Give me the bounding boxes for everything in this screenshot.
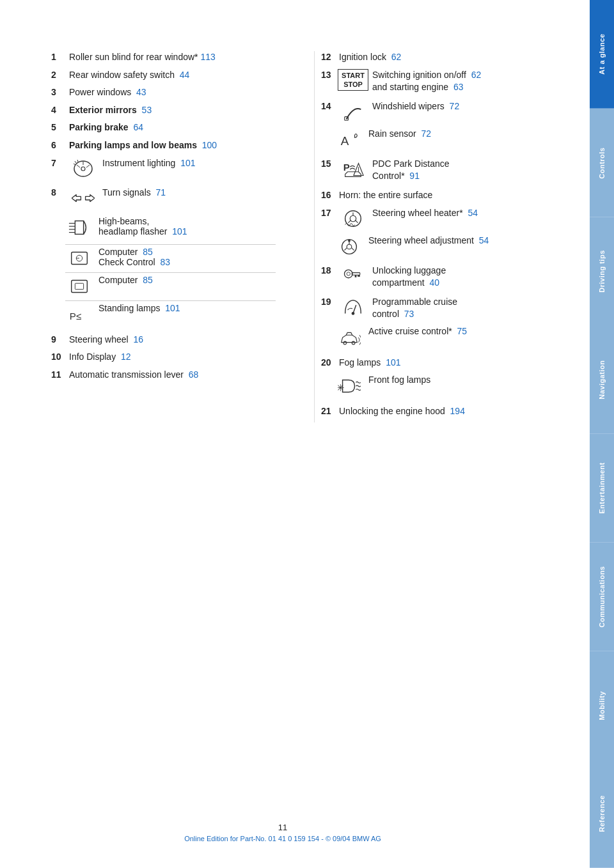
list-item: 19 Programmable cruisecontrol 73 — [321, 296, 551, 321]
page-ref[interactable]: 101 — [172, 226, 187, 236]
svg-point-38 — [347, 272, 350, 275]
page-ref[interactable]: 101 — [180, 158, 195, 168]
item-number: 12 — [321, 51, 335, 64]
sidebar-tab-navigation[interactable]: Navigation — [590, 325, 614, 434]
page-ref[interactable]: 64 — [133, 122, 143, 132]
list-item: 5 Parking brake 64 — [51, 121, 276, 134]
list-item: 14 Windshield wipers 72 — [321, 100, 551, 123]
divider — [65, 244, 276, 245]
item-text: Windshield wipers 72 — [372, 100, 551, 113]
luggage-icon — [339, 265, 367, 288]
page-ref[interactable]: 54 — [468, 208, 478, 218]
list-item: 8 Turn signals 71 — [51, 187, 276, 210]
active-cruise-icon — [335, 326, 363, 349]
page-ref[interactable]: 71 — [156, 187, 166, 198]
page-number: 11 — [0, 823, 565, 832]
list-item: ✳ Front fog lamps — [321, 375, 551, 398]
page-ref[interactable]: 54 — [479, 235, 489, 245]
computer2-icon — [65, 275, 93, 298]
item-number: 18 — [321, 265, 335, 277]
page-ref[interactable]: 113 — [200, 52, 215, 62]
wiper-icon — [339, 100, 367, 123]
item-number: 3 — [51, 86, 65, 99]
page-ref[interactable]: 62 — [471, 70, 482, 80]
sidebar-tab-entertainment[interactable]: Entertainment — [590, 434, 614, 543]
list-item: 18 Unlocking luggagecompartment 40 — [321, 265, 551, 290]
list-item: 2 Rear window safety switch 44 — [51, 69, 276, 82]
svg-rect-19 — [75, 283, 83, 289]
svg-text:P≤: P≤ — [70, 310, 81, 321]
item-number: 19 — [321, 296, 335, 309]
item-text: Horn: the entire surface — [339, 189, 551, 202]
sidebar-tab-mobility[interactable]: Mobility — [590, 651, 614, 760]
svg-point-37 — [345, 270, 353, 278]
svg-line-4 — [86, 165, 90, 167]
left-column: 1 Roller sun blind for rear window* 113 … — [51, 51, 288, 422]
page-ref[interactable]: 72 — [450, 101, 460, 111]
list-item: 16 Horn: the entire surface — [321, 189, 551, 202]
list-item: Active cruise control* 75 — [321, 326, 551, 349]
sidebar-tab-at-a-glance[interactable]: At a glance — [590, 0, 614, 109]
svg-line-2 — [77, 165, 80, 167]
list-item: 4 Exterior mirrors 53 — [51, 104, 276, 117]
cruise-icon — [339, 296, 367, 319]
page-ref[interactable]: 85 — [143, 275, 153, 285]
item-text: Fog lamps 101 — [339, 357, 551, 369]
item-number: 13 — [321, 69, 335, 82]
item-text: Computer 85 Check Control 83 — [98, 247, 276, 267]
item-text: Steering wheel adjustment 54 — [368, 235, 551, 245]
page-ref[interactable]: 85 — [143, 247, 153, 257]
page-container: 1 Roller sun blind for rear window* 113 … — [0, 0, 614, 868]
rain-sensor-icon: A — [335, 128, 363, 151]
item-number: 11 — [51, 369, 65, 382]
svg-text:P: P — [343, 162, 350, 173]
item-number: 7 — [51, 157, 65, 170]
main-content: 1 Roller sun blind for rear window* 113 … — [0, 0, 590, 868]
svg-point-36 — [348, 239, 350, 242]
svg-point-42 — [352, 312, 355, 315]
item-number: 6 — [51, 139, 65, 152]
item-number: 4 — [51, 104, 65, 117]
page-ref[interactable]: 63 — [453, 82, 464, 92]
item-text: Exterior mirrors 53 — [69, 104, 276, 117]
page-ref[interactable]: 40 — [429, 277, 439, 288]
sidebar-tab-communications[interactable]: Communications — [590, 543, 614, 651]
page-ref[interactable]: 73 — [404, 309, 414, 319]
page-ref[interactable]: 68 — [189, 369, 199, 380]
list-item: 15 P — [321, 158, 551, 183]
list-item: A Rain sensor 72 — [321, 128, 551, 151]
page-ref[interactable]: 53 — [142, 105, 152, 115]
page-ref[interactable]: 16 — [133, 334, 143, 345]
page-ref[interactable]: 72 — [421, 128, 431, 139]
sidebar-tab-controls[interactable]: Controls — [590, 109, 614, 217]
page-ref[interactable]: 43 — [136, 87, 146, 97]
item-text: Computer 85 — [98, 275, 276, 285]
page-ref[interactable]: 44 — [180, 70, 190, 80]
svg-rect-40 — [358, 275, 360, 277]
list-item: 17 — [321, 207, 551, 230]
list-item: 12 Ignition lock 62 — [321, 51, 551, 64]
item-text: Ignition lock 62 — [339, 51, 551, 64]
standing-lamps-icon: P≤ — [65, 303, 93, 326]
list-item: 1 Roller sun blind for rear window* 113 — [51, 51, 276, 64]
item-number: 21 — [321, 405, 335, 418]
page-ref[interactable]: 101 — [165, 303, 180, 313]
svg-point-32 — [347, 244, 352, 249]
page-ref[interactable]: 75 — [457, 326, 468, 336]
sidebar-tab-driving-tips[interactable]: Driving tips — [590, 217, 614, 326]
svg-point-44 — [352, 341, 355, 345]
page-ref[interactable]: 194 — [450, 406, 465, 416]
sidebar-tab-reference[interactable]: Reference — [590, 759, 614, 868]
item-number: 10 — [51, 351, 65, 364]
page-ref[interactable]: 101 — [386, 357, 400, 368]
page-ref[interactable]: 100 — [202, 140, 217, 150]
item-text: Front fog lamps — [368, 375, 551, 385]
page-ref[interactable]: 91 — [409, 171, 420, 181]
item-number: 14 — [321, 100, 335, 113]
page-ref[interactable]: 62 — [391, 52, 402, 62]
page-ref[interactable]: 12 — [121, 352, 131, 362]
footer-text: Online Edition for Part-No. 01 41 0 159 … — [0, 835, 565, 842]
page-ref[interactable]: 83 — [160, 257, 170, 267]
list-item: Computer 85 — [51, 275, 276, 298]
svg-text:A: A — [341, 134, 349, 147]
